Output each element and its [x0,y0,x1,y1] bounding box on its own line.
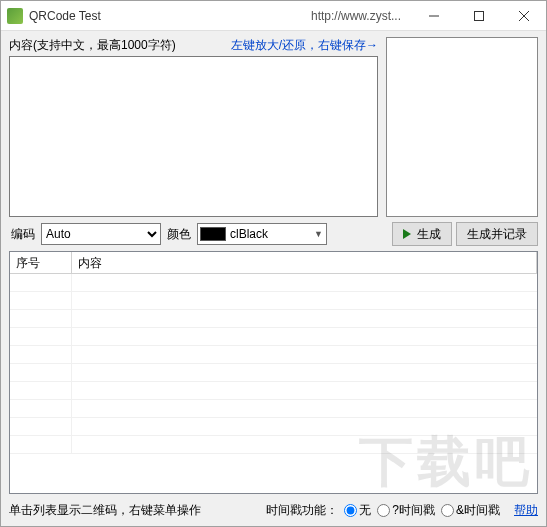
maximize-icon [474,11,484,21]
bottom-row: 单击列表显示二维码，右键菜单操作 时间戳功能： 无 ?时间戳 &时间戳 帮助 [9,498,538,522]
minimize-button[interactable] [411,1,456,31]
top-row: 内容(支持中文，最高1000字符) 左键放大/还原，右键保存→ [9,37,538,217]
radio-amp[interactable]: &时间戳 [441,502,500,519]
table-row[interactable] [10,382,537,400]
close-icon [519,11,529,21]
radio-none-input[interactable] [344,504,357,517]
table-row[interactable] [10,346,537,364]
app-window: QRCode Test http://www.zyst... 内容(支持中文，最… [0,0,547,527]
table-row[interactable] [10,274,537,292]
color-label: 颜色 [165,226,193,243]
history-table[interactable]: 序号 内容 [9,251,538,494]
radio-qmark[interactable]: ?时间戳 [377,502,435,519]
qrcode-preview[interactable] [386,37,538,217]
titlebar: QRCode Test http://www.zyst... [1,1,546,31]
radio-none[interactable]: 无 [344,502,371,519]
table-row[interactable] [10,418,537,436]
titlebar-url: http://www.zyst... [311,9,401,23]
color-value: clBlack [230,227,268,241]
col-content[interactable]: 内容 [72,252,537,273]
minimize-icon [429,11,439,21]
color-select[interactable]: clBlack ▼ [197,223,327,245]
list-hint: 单击列表显示二维码，右键菜单操作 [9,502,201,519]
radio-qmark-input[interactable] [377,504,390,517]
maximize-button[interactable] [456,1,501,31]
close-button[interactable] [501,1,546,31]
chevron-down-icon: ▼ [314,229,323,239]
col-seq[interactable]: 序号 [10,252,72,273]
window-title: QRCode Test [29,9,101,23]
play-icon [403,229,411,239]
content-label-row: 内容(支持中文，最高1000字符) 左键放大/还原，右键保存→ [9,37,378,54]
table-row[interactable] [10,310,537,328]
app-icon [7,8,23,24]
help-link[interactable]: 帮助 [514,502,538,519]
generate-record-label: 生成并记录 [467,226,527,243]
content-label: 内容(支持中文，最高1000字符) [9,37,176,54]
encoding-select[interactable]: Auto [41,223,161,245]
table-body[interactable] [10,274,537,493]
encoding-label: 编码 [9,226,37,243]
color-swatch [200,227,226,241]
generate-button[interactable]: 生成 [392,222,452,246]
client-area: 内容(支持中文，最高1000字符) 左键放大/还原，右键保存→ 编码 Auto … [1,31,546,526]
options-row: 编码 Auto 颜色 clBlack ▼ 生成 生成并记录 [9,221,538,247]
table-row[interactable] [10,400,537,418]
content-column: 内容(支持中文，最高1000字符) 左键放大/还原，右键保存→ [9,37,378,217]
table-row[interactable] [10,364,537,382]
radio-amp-input[interactable] [441,504,454,517]
timestamp-label: 时间戳功能： [266,502,338,519]
table-row[interactable] [10,436,537,454]
svg-rect-1 [474,11,483,20]
generate-record-button[interactable]: 生成并记录 [456,222,538,246]
table-row[interactable] [10,292,537,310]
table-header: 序号 内容 [10,252,537,274]
timestamp-radio-group: 无 ?时间戳 &时间戳 [344,502,504,519]
table-row[interactable] [10,328,537,346]
zoom-hint: 左键放大/还原，右键保存→ [231,37,378,54]
content-input[interactable] [9,56,378,217]
generate-label: 生成 [417,226,441,243]
